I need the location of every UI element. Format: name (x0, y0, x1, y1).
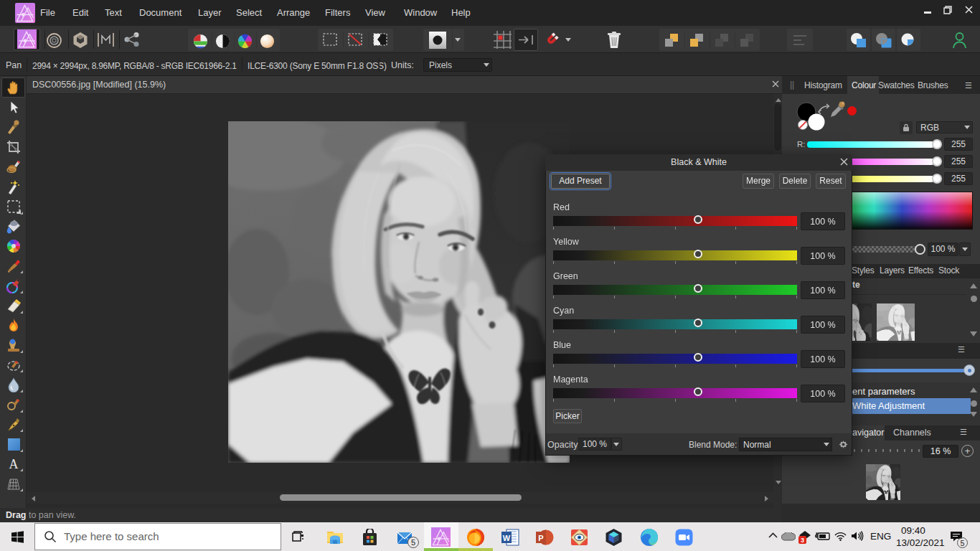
svg-text:A: A (9, 457, 19, 471)
svg-text:P: P (538, 534, 543, 542)
svg-text:W: W (503, 534, 511, 542)
svg-text:3: 3 (801, 537, 804, 544)
